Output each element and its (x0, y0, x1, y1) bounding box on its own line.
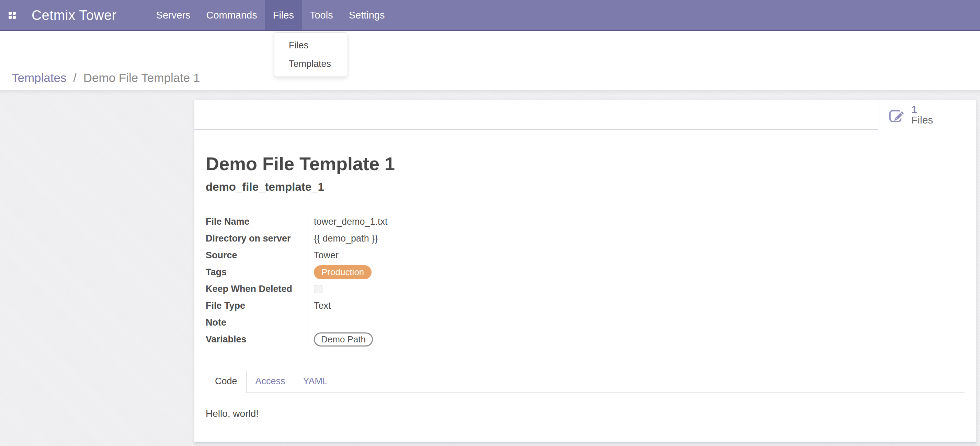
form-view-background: 1 Files Demo File Template 1 demo_file_t… (0, 91, 980, 446)
record-reference: demo_file_template_1 (206, 181, 964, 194)
tab-yaml[interactable]: YAML (294, 370, 337, 392)
stat-text: 1 Files (911, 104, 933, 125)
field-value-directory: {{ demo_path }} (309, 233, 378, 244)
keep-when-deleted-checkbox[interactable] (314, 285, 323, 293)
top-navbar: Cetmix Tower Servers Commands Files Tool… (0, 0, 980, 31)
dropdown-item-files[interactable]: Files (274, 36, 347, 54)
field-value-file-name: tower_demo_1.txt (309, 216, 388, 227)
form-sheet: Demo File Template 1 demo_file_template_… (194, 153, 976, 419)
files-dropdown-menu: Files Templates (274, 32, 347, 77)
nav-menu: Servers Commands Files Tools Settings (148, 0, 393, 30)
field-group: File Name tower_demo_1.txt Directory on … (206, 213, 964, 348)
field-row-directory: Directory on server {{ demo_path }} (206, 230, 964, 247)
stat-count: 1 (911, 104, 933, 114)
edit-square-icon (889, 107, 904, 122)
nav-item-commands[interactable]: Commands (198, 0, 265, 30)
breadcrumb: Templates / Demo File Template 1 (12, 71, 200, 85)
field-row-source: Source Tower (206, 247, 964, 264)
field-label: File Type (206, 297, 309, 314)
field-value-file-type: Text (309, 300, 331, 311)
record-card: 1 Files Demo File Template 1 demo_file_t… (194, 99, 976, 443)
notebook-tabs: Code Access YAML (206, 370, 964, 393)
stat-label: Files (911, 114, 933, 125)
nav-item-tools[interactable]: Tools (302, 0, 341, 30)
field-label: Note (206, 314, 309, 331)
tag-badge-production[interactable]: Production (314, 265, 372, 279)
field-row-tags: Tags Production (206, 264, 964, 281)
field-value-source: Tower (309, 250, 339, 261)
field-label: Variables (206, 331, 309, 348)
nav-item-servers[interactable]: Servers (148, 0, 199, 30)
field-row-file-name: File Name tower_demo_1.txt (206, 213, 964, 230)
apps-grid-icon[interactable] (9, 12, 16, 19)
tab-code[interactable]: Code (206, 370, 247, 393)
field-row-note: Note (206, 314, 964, 331)
breadcrumb-current: Demo File Template 1 (83, 71, 200, 84)
field-label: Source (206, 247, 309, 264)
field-row-variables: Variables Demo Path (206, 331, 964, 348)
nav-item-files[interactable]: Files (265, 0, 302, 30)
field-value-keep-when-deleted (309, 285, 323, 293)
field-row-file-type: File Type Text (206, 297, 964, 314)
button-box: 1 Files (194, 100, 976, 130)
tab-access[interactable]: Access (247, 370, 294, 392)
breadcrumb-separator: / (73, 71, 76, 84)
field-row-keep-when-deleted: Keep When Deleted (206, 281, 964, 297)
control-panel: Templates / Demo File Template 1 Edit Cr… (0, 31, 980, 90)
field-label: Tags (206, 264, 309, 281)
files-stat-button[interactable]: 1 Files (878, 100, 976, 130)
field-label: Keep When Deleted (206, 281, 309, 297)
field-value-tags: Production (309, 265, 372, 279)
record-title: Demo File Template 1 (206, 153, 964, 174)
brand-title: Cetmix Tower (32, 8, 117, 23)
nav-item-settings[interactable]: Settings (341, 0, 393, 30)
breadcrumb-parent-link[interactable]: Templates (12, 71, 67, 84)
field-label: File Name (206, 213, 309, 230)
dropdown-item-templates[interactable]: Templates (274, 54, 347, 73)
field-value-variables: Demo Path (309, 332, 373, 346)
variable-pill-demo-path[interactable]: Demo Path (314, 332, 373, 346)
field-label: Directory on server (206, 230, 309, 247)
code-tab-content: Hello, world! (206, 393, 964, 419)
